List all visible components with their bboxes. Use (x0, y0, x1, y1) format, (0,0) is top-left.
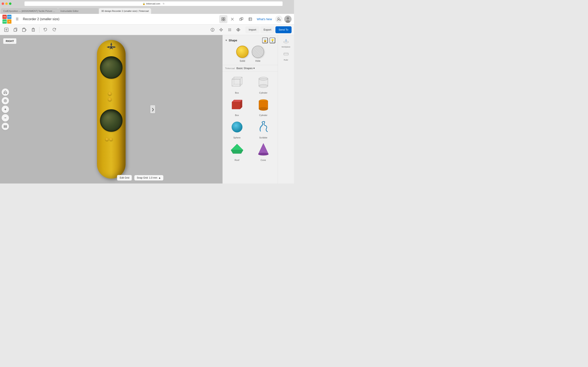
tab-3-label: 3D design Recorder 2 (smaller size) | Ti… (101, 10, 149, 12)
import-button[interactable]: Import (245, 26, 259, 33)
import-view-button[interactable] (237, 15, 245, 23)
solid-option[interactable]: Solid (236, 46, 249, 62)
shape-panel-title: Shape (229, 39, 261, 42)
svg-marker-48 (236, 29, 238, 31)
svg-rect-7 (249, 18, 252, 21)
copy-button[interactable] (11, 26, 19, 34)
close-button[interactable] (2, 2, 4, 5)
paste-button[interactable] (20, 26, 28, 34)
expand-panel-button[interactable]: ❯ (150, 105, 155, 113)
snap-chevron-icon[interactable]: ▲ (158, 176, 161, 179)
browser-tab-1[interactable]: CodEXposition — [ASSIGNMENT] Tactile Pic… (1, 8, 58, 14)
grid-button[interactable] (226, 26, 233, 34)
cylinder-wire-svg (256, 75, 270, 89)
grid-view-button[interactable] (219, 15, 227, 23)
search-button[interactable] (246, 15, 254, 23)
redo-button[interactable] (51, 26, 58, 34)
svg-rect-6 (241, 17, 243, 20)
browser-chrome: 🔒 tinkercad.com ↻ CodEXposition — [ASSIG… (0, 0, 294, 14)
shape-collapse-button[interactable]: ▼ (225, 39, 227, 42)
svg-point-15 (287, 17, 289, 20)
tab-2-label: Instructable Editor (61, 10, 79, 12)
tools-button[interactable] (228, 15, 236, 23)
tinkercad-logo[interactable]: TIN KER CAD ✕ (2, 15, 11, 24)
svg-point-45 (229, 30, 230, 31)
browser-tab-3[interactable]: 3D design Recorder 2 (smaller size) | Ti… (99, 8, 151, 14)
svg-rect-0 (222, 17, 223, 19)
svg-marker-68 (232, 79, 240, 86)
shape-item-cone[interactable]: Cone (251, 141, 275, 161)
address-bar[interactable]: 🔒 tinkercad.com ↻ (25, 1, 283, 6)
viewport[interactable]: RIGHT + − (0, 35, 223, 184)
svg-rect-1 (224, 17, 225, 19)
toolbar-right: Import Export Send To (209, 26, 292, 34)
delete-button[interactable] (29, 26, 37, 34)
svg-marker-49 (239, 29, 240, 31)
box-red-thumb (229, 96, 245, 113)
menu-button[interactable]: ☰ (13, 15, 21, 23)
shape-lock-button[interactable]: 🔒 (262, 38, 268, 43)
ruler-tool[interactable]: Ruler (280, 50, 292, 62)
shape-item-sphere-blue[interactable]: Sphere (225, 119, 249, 139)
roof-thumb (229, 141, 245, 158)
box-wire-thumb (229, 74, 245, 90)
shape-options: Solid Hole (225, 46, 275, 62)
send-to-button[interactable]: Send To (276, 26, 292, 33)
align-button[interactable] (217, 26, 225, 34)
reload-icon[interactable]: ↻ (163, 2, 164, 5)
new-design-icon (4, 27, 9, 32)
dot-4 (110, 138, 112, 141)
grid-icon (227, 27, 232, 32)
svg-point-40 (231, 28, 231, 29)
mirror-button[interactable] (234, 26, 242, 34)
minimize-button[interactable] (5, 2, 8, 5)
shape-name-cone: Cone (260, 159, 266, 161)
shape-item-cylinder-orange[interactable]: Cylinder (251, 96, 275, 117)
edit-grid-button[interactable]: Edit Grid (117, 175, 132, 181)
svg-point-76 (259, 84, 268, 88)
undo-button[interactable] (42, 26, 49, 34)
shape-item-cylinder-wire[interactable]: Cylinder (251, 74, 275, 94)
svg-rect-20 (14, 29, 16, 31)
user-avatar[interactable] (284, 16, 292, 23)
workplane-tool[interactable]: Workplane (280, 37, 292, 49)
transform-gizmo[interactable] (106, 42, 116, 53)
svg-marker-84 (231, 144, 243, 150)
design-title: Recorder 2 (smaller size) (23, 17, 218, 21)
hole-top (100, 56, 122, 79)
undo-icon (43, 27, 48, 32)
shape-hint-button[interactable]: 💡 (269, 38, 275, 43)
dot-3 (105, 138, 108, 141)
user-actions (275, 16, 292, 23)
library-source: Tinkercad (225, 67, 235, 69)
export-button[interactable]: Export (260, 26, 275, 33)
svg-point-43 (231, 29, 231, 30)
library-category-selector[interactable]: Basic Shapes ▾ (236, 67, 275, 70)
whats-new-button[interactable]: What's New (255, 17, 274, 22)
maximize-button[interactable] (9, 2, 11, 5)
svg-marker-55 (110, 42, 112, 45)
svg-point-46 (231, 30, 231, 31)
paste-icon (22, 27, 26, 32)
shape-item-box-red[interactable]: Box (225, 96, 249, 117)
cone-thumb (255, 141, 272, 158)
helper-button[interactable] (209, 26, 216, 34)
solid-circle (236, 46, 249, 58)
svg-point-11 (278, 18, 279, 19)
shape-name-scribble: Scribble (259, 136, 268, 139)
box-red-svg (230, 98, 244, 112)
shape-item-box-wire[interactable]: Box (225, 74, 249, 94)
svg-point-41 (228, 29, 229, 30)
svg-point-30 (212, 29, 213, 29)
redo-icon (52, 27, 57, 32)
hole-bottom (100, 109, 122, 132)
browser-tab-2[interactable]: Instructable Editor (58, 8, 99, 14)
shape-item-scribble[interactable]: Scribble (251, 119, 275, 139)
svg-rect-56 (111, 45, 112, 47)
shape-item-roof[interactable]: Roof (225, 141, 249, 161)
hole-option[interactable]: Hole (252, 46, 264, 62)
new-design-button[interactable] (2, 26, 10, 34)
helper-icon (210, 27, 215, 32)
add-user-button[interactable] (275, 16, 283, 23)
scene-container (0, 35, 223, 184)
